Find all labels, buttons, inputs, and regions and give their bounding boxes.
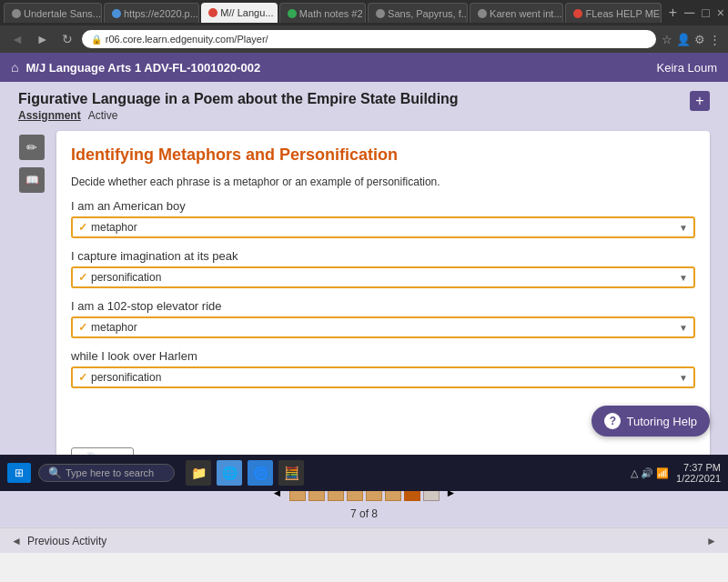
forward-button[interactable]: ► [33,30,53,48]
dropdown-arrow-1: ▼ [679,223,688,233]
back-button[interactable]: ◄ [7,30,27,48]
bookmark-icon[interactable]: ☆ [662,33,672,46]
page-title: Figurative Language in a Poem about the … [18,91,459,107]
phrase-section-3: I am a 102-stop elevator ride ✓ metaphor… [71,299,695,338]
prev-activity-arrow[interactable]: ◄ [11,535,22,547]
extensions-icon[interactable]: ⚙ [694,33,705,46]
reload-button[interactable]: ↻ [58,30,76,48]
url-input[interactable]: 🔒 r06.core.learn.edgenuity.com/Player/ [82,30,656,48]
app-header: ⌂ M/J Language Arts 1 ADV-FL-1001020-002… [0,53,728,82]
phrase-text-2: I capture imagination at its peak [71,249,695,263]
taskbar-file-explorer[interactable]: 📁 [186,460,211,486]
phrase-text-3: I am a 102-stop elevator ride [71,299,695,313]
minimize-icon[interactable]: ─ [684,5,694,21]
dropdown-arrow-3: ▼ [679,323,688,333]
phrase-section-4: while I look over Harlem ✓ personificati… [71,349,695,388]
tutoring-label: Tutoring Help [626,415,697,428]
app-title: M/J Language Arts 1 ADV-FL-1001020-002 [25,61,260,75]
card-title: Identifying Metaphors and Personificatio… [71,146,695,165]
taskbar-apps: 📁 🌐 🌀 🧮 [186,460,304,486]
tutoring-help-button[interactable]: ? Tutoring Help [592,406,710,436]
tab-sans-papyrus[interactable]: Sans, Papyrus, f... × [368,3,468,23]
book-icon[interactable]: 📖 [19,167,45,193]
tab-fleas[interactable]: FLeas HELP ME × [565,3,661,23]
add-button[interactable]: + [690,91,710,111]
taskbar-chrome[interactable]: 🌐 [217,460,242,486]
check-icon-3: ✓ [78,321,87,334]
side-panel: ✏ 📖 [18,131,46,458]
tab-e2020[interactable]: https://e2020.p... × [104,3,199,23]
tab-math-notes[interactable]: Math notes #2 × [279,3,366,23]
maximize-icon[interactable]: □ [702,5,709,20]
home-icon[interactable]: ⌂ [11,60,18,75]
tab-undertale[interactable]: Undertale Sans... × [4,3,102,23]
tab-karen[interactable]: Karen went int... × [470,3,563,23]
lock-icon: 🔒 [91,35,102,45]
phrase-text-1: I am an American boy [71,199,695,213]
profile-icon[interactable]: 👤 [676,33,691,46]
check-icon-4: ✓ [78,371,87,384]
prev-activity-bar: ◄ Previous Activity ► [0,527,728,553]
phrase-dropdown-1[interactable]: ✓ metaphor ▼ [71,216,695,238]
taskbar-search[interactable]: 🔍 Type here to search [38,464,175,482]
card-instruction: Decide whether each phrase is a metaphor… [71,176,695,188]
next-activity-arrow[interactable]: ► [706,535,717,547]
status-label: Active [88,109,118,122]
start-button[interactable]: ⊞ [7,463,31,483]
app-header-left: ⌂ M/J Language Arts 1 ADV-FL-1001020-002 [11,60,260,75]
search-icon: 🔍 [48,467,62,479]
phrase-dropdown-3[interactable]: ✓ metaphor ▼ [71,316,695,338]
taskbar-right: △ 🔊 📶 7:37 PM 1/22/2021 [631,462,721,484]
taskbar: ⊞ 🔍 Type here to search 📁 🌐 🌀 🧮 △ 🔊 📶 7:… [0,455,728,491]
page-count: 7 of 8 [350,507,378,520]
tab-language-arts[interactable]: M// Langu... × [201,3,278,23]
close-window-icon[interactable]: × [717,5,724,20]
browser-tab-bar: Undertale Sans... × https://e2020.p... ×… [0,0,728,25]
check-icon-1: ✓ [78,221,87,234]
phrase-text-4: while I look over Harlem [71,349,695,363]
dropdown-arrow-4: ▼ [679,373,688,383]
toolbar-icons: ☆ 👤 ⚙ ⋮ [662,33,721,46]
page-title-area: Figurative Language in a Poem about the … [0,82,728,122]
taskbar-edge[interactable]: 🌀 [248,460,273,486]
address-bar: ◄ ► ↻ 🔒 r06.core.learn.edgenuity.com/Pla… [0,25,728,53]
check-icon-2: ✓ [78,271,87,284]
user-name: Keira Loum [657,61,717,75]
tutoring-icon: ? [604,413,621,429]
phrase-dropdown-4[interactable]: ✓ personification ▼ [71,366,695,388]
assignment-link[interactable]: Assignment [18,109,81,122]
taskbar-sys-icons: △ 🔊 📶 [631,467,669,479]
prev-activity-label: Previous Activity [27,535,106,547]
taskbar-calculator[interactable]: 🧮 [278,460,304,486]
new-tab-button[interactable]: + [663,5,682,21]
pencil-icon[interactable]: ✏ [19,135,45,160]
phrase-section-2: I capture imagination at its peak ✓ pers… [71,249,695,288]
dropdown-arrow-2: ▼ [679,273,688,283]
taskbar-clock: 7:37 PM 1/22/2021 [676,462,721,484]
windows-icon: ⊞ [15,467,24,479]
settings-icon[interactable]: ⋮ [709,33,721,46]
phrase-section-1: I am an American boy ✓ metaphor ▼ [71,199,695,238]
phrase-dropdown-2[interactable]: ✓ personification ▼ [71,266,695,288]
